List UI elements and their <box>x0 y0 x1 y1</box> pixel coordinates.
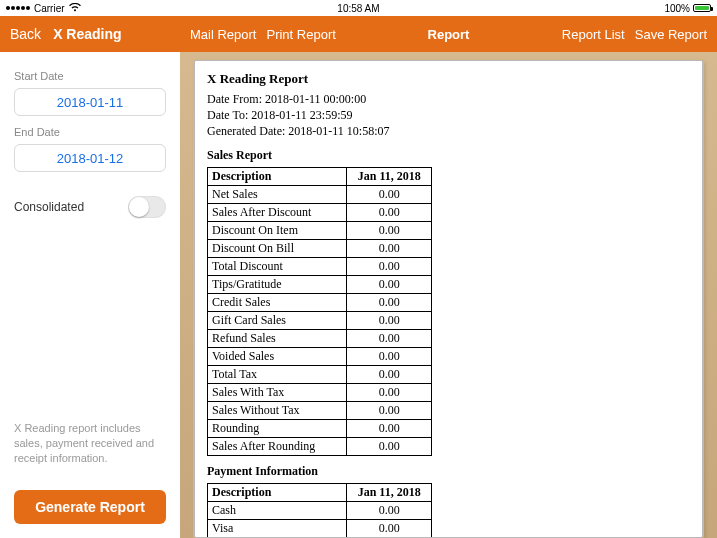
table-row: Total Discount0.00 <box>208 257 432 275</box>
cell-description: Sales Without Tax <box>208 401 347 419</box>
cell-value: 0.00 <box>347 437 432 455</box>
cell-value: 0.00 <box>347 519 432 537</box>
end-date-button[interactable]: 2018-01-12 <box>14 144 166 172</box>
save-report-button[interactable]: Save Report <box>635 27 707 42</box>
cell-value: 0.00 <box>347 501 432 519</box>
cell-value: 0.00 <box>347 347 432 365</box>
cell-description: Rounding <box>208 419 347 437</box>
cell-description: Sales After Discount <box>208 203 347 221</box>
table-row: Gift Card Sales0.00 <box>208 311 432 329</box>
cell-description: Gift Card Sales <box>208 311 347 329</box>
status-bar: Carrier 10:58 AM 100% <box>0 0 717 16</box>
cell-description: Net Sales <box>208 185 347 203</box>
cell-description: Discount On Item <box>208 221 347 239</box>
cell-value: 0.00 <box>347 275 432 293</box>
table-row: Tips/Gratitude0.00 <box>208 275 432 293</box>
table-row: Voided Sales0.00 <box>208 347 432 365</box>
cell-description: Total Tax <box>208 365 347 383</box>
battery-percent: 100% <box>664 3 690 14</box>
sales-table: Description Jan 11, 2018 Net Sales0.00Sa… <box>207 167 432 456</box>
signal-icon <box>6 6 30 10</box>
cell-value: 0.00 <box>347 185 432 203</box>
cell-description: Cash <box>208 501 347 519</box>
cell-description: Sales With Tax <box>208 383 347 401</box>
cell-value: 0.00 <box>347 311 432 329</box>
table-row: Total Tax0.00 <box>208 365 432 383</box>
table-row: Sales Without Tax0.00 <box>208 401 432 419</box>
cell-description: Voided Sales <box>208 347 347 365</box>
report-heading: X Reading Report <box>207 71 690 87</box>
sidebar-title: X Reading <box>53 26 121 42</box>
end-date-label: End Date <box>14 126 166 138</box>
table-row: Discount On Item0.00 <box>208 221 432 239</box>
start-date-button[interactable]: 2018-01-11 <box>14 88 166 116</box>
cell-description: Discount On Bill <box>208 239 347 257</box>
table-row: Discount On Bill0.00 <box>208 239 432 257</box>
print-report-button[interactable]: Print Report <box>266 27 335 42</box>
table-row: Net Sales0.00 <box>208 185 432 203</box>
info-text: X Reading report includes sales, payment… <box>14 321 166 466</box>
consolidated-toggle[interactable] <box>128 196 166 218</box>
cell-description: Sales After Rounding <box>208 437 347 455</box>
cell-value: 0.00 <box>347 419 432 437</box>
report-date-to: Date To: 2018-01-11 23:59:59 <box>207 107 690 123</box>
table-row: Cash0.00 <box>208 501 432 519</box>
cell-value: 0.00 <box>347 293 432 311</box>
sidebar-header: Back X Reading <box>0 16 180 52</box>
cell-value: 0.00 <box>347 365 432 383</box>
status-time: 10:58 AM <box>337 3 379 14</box>
start-date-label: Start Date <box>14 70 166 82</box>
sidebar: Back X Reading Start Date 2018-01-11 End… <box>0 16 180 538</box>
cell-value: 0.00 <box>347 329 432 347</box>
cell-value: 0.00 <box>347 383 432 401</box>
consolidated-label: Consolidated <box>14 200 84 214</box>
report-document[interactable]: X Reading Report Date From: 2018-01-11 0… <box>194 60 703 538</box>
cell-value: 0.00 <box>347 239 432 257</box>
back-button[interactable]: Back <box>10 26 41 42</box>
cell-value: 0.00 <box>347 221 432 239</box>
cell-description: Total Discount <box>208 257 347 275</box>
report-title: Report <box>428 27 470 42</box>
battery-icon <box>693 4 711 12</box>
table-row: Credit Sales0.00 <box>208 293 432 311</box>
col-description: Description <box>208 483 347 501</box>
payment-section-title: Payment Information <box>207 464 690 479</box>
report-generated: Generated Date: 2018-01-11 10:58:07 <box>207 123 690 139</box>
cell-description: Visa <box>208 519 347 537</box>
generate-report-button[interactable]: Generate Report <box>14 490 166 524</box>
table-row: Rounding0.00 <box>208 419 432 437</box>
table-row: Sales With Tax0.00 <box>208 383 432 401</box>
cell-description: Refund Sales <box>208 329 347 347</box>
cell-value: 0.00 <box>347 401 432 419</box>
col-description: Description <box>208 167 347 185</box>
main-panel: Mail Report Print Report Report Report L… <box>180 16 717 538</box>
cell-description: Tips/Gratitude <box>208 275 347 293</box>
main-header: Mail Report Print Report Report Report L… <box>180 16 717 52</box>
report-list-button[interactable]: Report List <box>562 27 625 42</box>
report-date-from: Date From: 2018-01-11 00:00:00 <box>207 91 690 107</box>
col-date: Jan 11, 2018 <box>347 167 432 185</box>
cell-value: 0.00 <box>347 257 432 275</box>
cell-description: Credit Sales <box>208 293 347 311</box>
col-date: Jan 11, 2018 <box>347 483 432 501</box>
payment-table: Description Jan 11, 2018 Cash0.00Visa0.0… <box>207 483 432 538</box>
cell-value: 0.00 <box>347 203 432 221</box>
wifi-icon <box>69 3 81 14</box>
table-row: Visa0.00 <box>208 519 432 537</box>
carrier-label: Carrier <box>34 3 65 14</box>
table-row: Refund Sales0.00 <box>208 329 432 347</box>
table-row: Sales After Rounding0.00 <box>208 437 432 455</box>
sales-section-title: Sales Report <box>207 148 690 163</box>
mail-report-button[interactable]: Mail Report <box>190 27 256 42</box>
table-row: Sales After Discount0.00 <box>208 203 432 221</box>
